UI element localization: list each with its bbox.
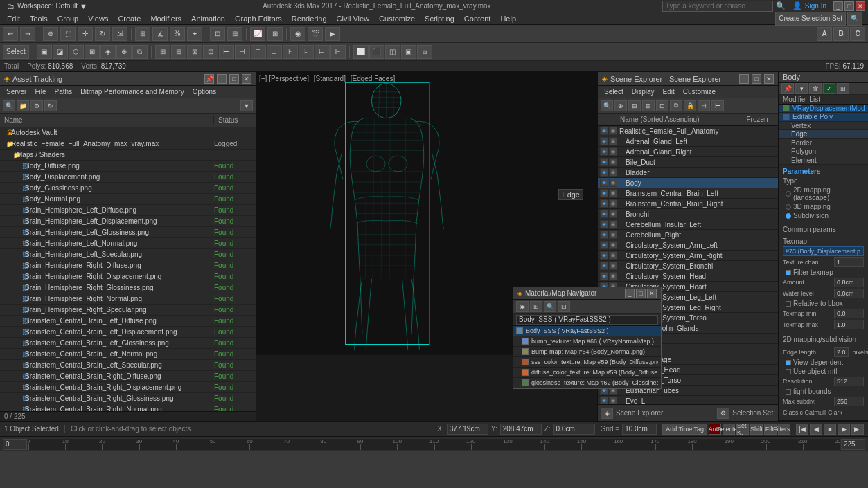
mat-max-btn[interactable]: □ bbox=[636, 289, 646, 298]
scene-tool-8[interactable]: ⊣ bbox=[698, 100, 710, 111]
scene-menu-edit[interactable]: Edit bbox=[659, 88, 678, 96]
render-all-btn[interactable]: ⧈ bbox=[417, 45, 432, 59]
scene-tool-2[interactable]: ⊕ bbox=[614, 100, 627, 111]
menu-animation[interactable]: Animation bbox=[187, 12, 229, 24]
tree-item[interactable]: 🖼 Brain_Hemisphere_Right_Glossiness.png … bbox=[0, 282, 256, 293]
tree-item[interactable]: 🖼 Brainstem_Central_Brain_Left_Normal.pn… bbox=[0, 349, 256, 360]
eye-vis-icon[interactable]: 👁 bbox=[600, 179, 608, 187]
modifier-item-editable-poly[interactable]: Editable Poly bbox=[779, 113, 868, 121]
asset-menu-paths[interactable]: Paths bbox=[51, 88, 76, 96]
material-editor-btn[interactable]: ◉ bbox=[290, 27, 305, 41]
water-level-value[interactable]: 0.0cm bbox=[834, 289, 864, 298]
tree-item[interactable]: 🖼 Brain_Hemisphere_Left_Diffuse.png Foun… bbox=[0, 205, 256, 216]
scene-list-item[interactable]: 👁 ◉ Circulatory_System_Head bbox=[598, 271, 778, 282]
render-setup-btn[interactable]: 🎬 bbox=[308, 27, 323, 41]
tree-item[interactable]: 🖼 Brain_Hemisphere_Left_Normal.png Found bbox=[0, 238, 256, 249]
menu-scripting[interactable]: Scripting bbox=[420, 12, 459, 24]
menu-help[interactable]: Help bbox=[496, 12, 520, 24]
scene-tool-7[interactable]: 🔒 bbox=[684, 100, 696, 111]
menu-create[interactable]: Create bbox=[114, 12, 145, 24]
percent-snap-btn[interactable]: % bbox=[170, 27, 185, 41]
menu-rendering[interactable]: Rendering bbox=[287, 12, 331, 24]
mod-pin-btn[interactable]: 📌 bbox=[781, 83, 794, 94]
tree-item[interactable]: 🖼 Brainstem_Central_Brain_Right_Displace… bbox=[0, 382, 256, 393]
shift-btn[interactable]: Shift bbox=[750, 424, 763, 435]
select-btn[interactable]: ⊕ bbox=[43, 27, 58, 41]
vp-btn-5[interactable]: ⊢ bbox=[219, 45, 234, 59]
render-vis-icon[interactable]: ◉ bbox=[609, 262, 617, 270]
mat-pin-btn[interactable]: _ bbox=[625, 289, 635, 298]
render-vis-icon[interactable]: ◉ bbox=[609, 210, 617, 218]
main-viewport[interactable]: [+] [Perspective] [Standard] [Edged Face… bbox=[256, 72, 598, 421]
vp-btn-12[interactable]: ⊩ bbox=[330, 45, 346, 59]
mat-tree-item[interactable]: sss_color_texture: Map #59 (Body_Diffuse… bbox=[513, 357, 661, 368]
eye-vis-icon[interactable]: 👁 bbox=[600, 168, 608, 177]
menu-edit[interactable]: Edit bbox=[3, 12, 24, 24]
scene-tool-3[interactable]: ⊟ bbox=[628, 100, 641, 111]
edge-length-value[interactable]: 2.0 bbox=[834, 347, 849, 357]
scene-list-item[interactable]: 👁 ◉ Circulatory_System_Bronchi bbox=[598, 261, 778, 271]
modifier-item-element[interactable]: Element bbox=[779, 156, 868, 165]
play-next-btn[interactable]: ▶| bbox=[851, 424, 864, 435]
use-obj-mtl-cb[interactable] bbox=[786, 369, 791, 374]
eye-vis-icon[interactable]: 👁 bbox=[600, 272, 608, 280]
asset-maximize-btn[interactable]: □ bbox=[229, 74, 239, 84]
tex-chan-value[interactable]: 1 bbox=[834, 257, 864, 267]
stop-btn[interactable]: ■ bbox=[824, 424, 836, 435]
scene-list-item[interactable]: 👁 ◉ Realistic_Female_Full_Anatomy bbox=[598, 126, 778, 136]
resolution-value[interactable]: 512 bbox=[834, 377, 864, 386]
mat-tree-item[interactable]: glossiness_texture: Map #62 (Body_Glossi… bbox=[513, 378, 661, 388]
eye-vis-icon[interactable]: 👁 bbox=[600, 189, 608, 197]
scene-menu-display[interactable]: Display bbox=[628, 88, 658, 96]
view-dep-cb[interactable] bbox=[786, 360, 791, 365]
menu-group[interactable]: Group bbox=[53, 12, 83, 24]
timeline-ruler[interactable]: 0102030405060708090100110120130140150160… bbox=[28, 439, 840, 450]
asset-tool-2[interactable]: 📁 bbox=[17, 100, 29, 111]
toolbar-btn-B[interactable]: B bbox=[833, 27, 849, 41]
add-time-tag-btn[interactable]: Add Time Tag bbox=[662, 424, 707, 435]
tree-item[interactable]: 🖼 Brainstem_Central_Brain_Left_Displacem… bbox=[0, 327, 256, 338]
render-vis-icon[interactable]: ◉ bbox=[609, 220, 617, 228]
eye-vis-icon[interactable]: 👁 bbox=[600, 251, 608, 260]
mat-tool-2[interactable]: ⊞ bbox=[530, 301, 542, 312]
vp-btn-7[interactable]: ⊤ bbox=[251, 45, 266, 59]
selected-btn[interactable]: Selected bbox=[723, 424, 735, 435]
mat-tool-3[interactable]: 🔍 bbox=[544, 301, 556, 312]
scene-tool-1[interactable]: 🔍 bbox=[601, 100, 613, 111]
tree-item[interactable]: 🖼 Brain_Hemisphere_Left_Specular.png Fou… bbox=[0, 249, 256, 260]
modifier-item-vertex[interactable]: Vertex bbox=[779, 122, 868, 130]
menu-tools[interactable]: Tools bbox=[26, 12, 52, 24]
toolbar-btn-A[interactable]: A bbox=[817, 27, 832, 41]
move-btn[interactable]: ✛ bbox=[78, 27, 93, 41]
scene-menu-customize[interactable]: Customize bbox=[680, 88, 719, 96]
asset-close-btn[interactable]: ✕ bbox=[242, 74, 251, 84]
vp-btn-9[interactable]: ⊦ bbox=[283, 45, 298, 59]
sel-type-2[interactable]: ◪ bbox=[53, 45, 68, 59]
mod-inst-btn[interactable]: ⊞ bbox=[837, 83, 849, 94]
workspace-dropdown[interactable]: 🗂 Workspace: Default ▼ bbox=[3, 0, 91, 12]
radio-2d-btn[interactable] bbox=[786, 191, 791, 197]
sign-in-btn[interactable]: Sign In bbox=[805, 2, 826, 10]
play-back-btn[interactable]: ◀ bbox=[810, 424, 822, 435]
tree-item[interactable]: 🖼 Brain_Hemisphere_Right_Normal.png Foun… bbox=[0, 293, 256, 305]
amount-value[interactable]: 0.8cm bbox=[834, 278, 864, 287]
eye-vis-icon[interactable]: 👁 bbox=[600, 241, 608, 249]
sel-type-6[interactable]: ⊕ bbox=[116, 45, 132, 59]
minimize-btn[interactable]: _ bbox=[833, 1, 843, 11]
scene-close-btn[interactable]: ✕ bbox=[764, 74, 774, 84]
scene-list-item[interactable]: 👁 ◉ Adrenal_Gland_Left bbox=[598, 136, 778, 147]
eye-vis-icon[interactable]: 👁 bbox=[600, 127, 608, 135]
asset-tool-1[interactable]: 🔍 bbox=[3, 100, 15, 111]
vp-btn-11[interactable]: ⊨ bbox=[315, 45, 330, 59]
asset-tool-5[interactable]: ▼ bbox=[240, 100, 253, 111]
search-input[interactable] bbox=[662, 1, 773, 12]
schematic-btn[interactable]: ⊞ bbox=[267, 27, 283, 41]
mod-stack-show-btn[interactable]: ▾ bbox=[795, 83, 808, 94]
align-btn[interactable]: ⊟ bbox=[227, 27, 242, 41]
search-icon-btn[interactable]: 🔍 bbox=[847, 12, 862, 26]
tree-item[interactable]: 🖼 Brainstem_Central_Brain_Right_Diffuse.… bbox=[0, 371, 256, 382]
tree-item[interactable]: 🖼 Brainstem_Central_Brain_Left_Specular.… bbox=[0, 360, 256, 371]
scene-list-item[interactable]: 👁 ◉ Bronchi bbox=[598, 209, 778, 219]
scene-list-item[interactable]: 👁 ◉ Circulatory_System_Arm_Right bbox=[598, 251, 778, 261]
scene-list-item[interactable]: 👁 ◉ Bile_Duct bbox=[598, 157, 778, 168]
